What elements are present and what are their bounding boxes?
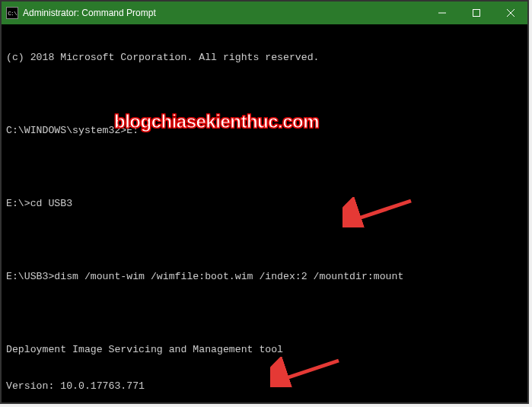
cmd-icon: C:\ [6,7,18,19]
terminal-line [6,161,523,173]
terminal-line: Deployment Image Servicing and Managemen… [6,344,523,356]
terminal-line: E:\USB3>dism /mount-wim /wimfile:boot.wi… [6,271,523,283]
maximize-icon [473,9,480,17]
cmd-icon-text: C:\ [8,10,16,17]
terminal-line [6,234,523,246]
titlebar-left: C:\ Administrator: Command Prompt [6,7,156,19]
minimize-button[interactable] [425,2,459,24]
close-button[interactable] [493,2,527,24]
close-icon [507,9,514,17]
minimize-icon [438,9,446,17]
terminal-line: Version: 10.0.17763.771 [6,380,523,393]
window-title: Administrator: Command Prompt [23,8,156,18]
terminal-line: C:\WINDOWS\system32>E: [6,125,523,137]
window-controls [425,2,527,24]
terminal-line [6,307,523,320]
svg-rect-1 [473,10,479,17]
terminal-line: E:\>cd USB3 [6,198,523,210]
titlebar[interactable]: C:\ Administrator: Command Prompt [2,2,527,24]
terminal-line: (c) 2018 Microsoft Corporation. All righ… [6,52,523,64]
terminal-output[interactable]: (c) 2018 Microsoft Corporation. All righ… [2,24,527,402]
maximize-button[interactable] [459,2,493,24]
terminal-line [6,88,523,100]
command-prompt-window: C:\ Administrator: Command Prompt [0,0,529,404]
